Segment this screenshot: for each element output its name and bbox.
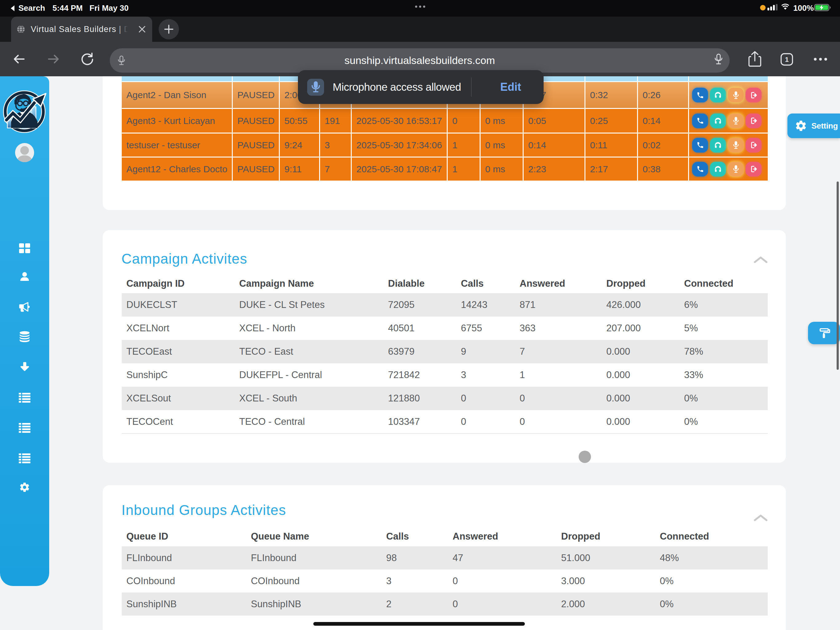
- svg-text:1: 1: [785, 56, 789, 63]
